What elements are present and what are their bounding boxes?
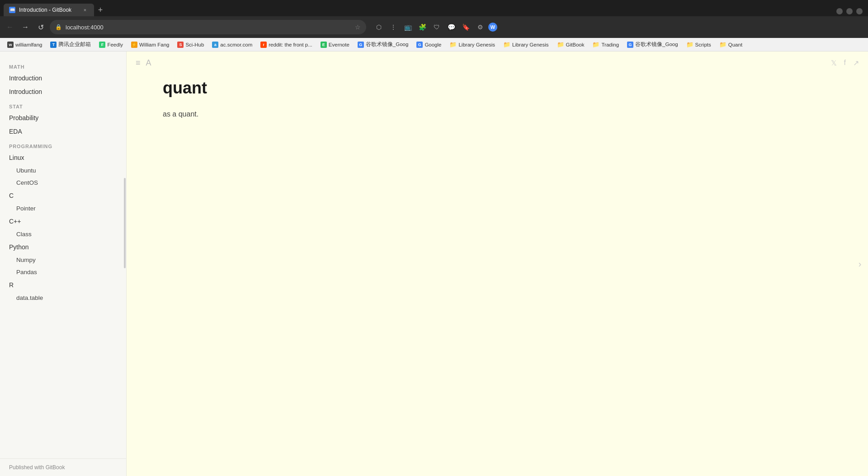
maximize-button[interactable] [846, 8, 853, 14]
toolbar-right: 𝕏 f ↗ [831, 59, 859, 67]
bookmark-favicon: G [358, 42, 364, 48]
share-icon[interactable]: ↗ [853, 59, 859, 67]
bookmark-google[interactable]: G Google [413, 41, 445, 49]
bookmark-scihub[interactable]: S Sci-Hub [174, 41, 208, 49]
tab-title: Introduction - GitBook [19, 7, 78, 13]
vpn-icon[interactable]: 🛡 [430, 21, 443, 33]
nav-bar: ← → ↺ 🔒 localhost:4000 ☆ ⬡ ⋮ 📺 🧩 🛡 💬 🔖 ⚙… [0, 16, 868, 38]
sidebar-item-linux[interactable]: Linux [0, 151, 126, 164]
sidebar-item-cpp[interactable]: C++ [0, 215, 126, 228]
sidebar-item-pointer[interactable]: Pointer [0, 202, 126, 215]
page-subtitle: as a quant. [163, 108, 497, 120]
sidebar-item-introduction-1[interactable]: Introduction [0, 71, 126, 85]
bookmark-library-genesis-2[interactable]: 📁 Library Genesis [500, 40, 552, 49]
new-tab-button[interactable]: + [94, 4, 107, 16]
back-button[interactable]: ← [4, 21, 16, 33]
twitter-icon[interactable]: 𝕏 [831, 59, 837, 67]
bookmark-william-fang[interactable]: ⚡ William Fang [127, 41, 173, 49]
lock-icon: 🔒 [55, 24, 62, 30]
bookmark-favicon: a [212, 42, 218, 48]
bookmark-favicon: G [416, 42, 423, 48]
app-container: MATH Introduction Introduction STAT Prob… [0, 51, 868, 476]
toolbar-left: ≡ A [136, 58, 151, 68]
browser-chrome: 📖 Introduction - GitBook × + ← → ↺ 🔒 loc… [0, 0, 868, 38]
window-controls [836, 8, 864, 16]
next-page-button[interactable]: › [852, 250, 868, 277]
active-tab[interactable]: 📖 Introduction - GitBook × [4, 4, 94, 16]
font-icon[interactable]: A [146, 58, 151, 68]
address-text: localhost:4000 [66, 24, 104, 31]
sidebar-item-r[interactable]: R [0, 278, 126, 292]
address-bar[interactable]: 🔒 localhost:4000 ☆ [50, 20, 366, 34]
sidebar-item-class[interactable]: Class [0, 228, 126, 240]
tab-close-button[interactable]: × [81, 6, 89, 14]
settings-icon[interactable]: ⋮ [387, 21, 400, 33]
bookmark-reddit[interactable]: r reddit: the front p... [257, 41, 316, 49]
tab-bar: 📖 Introduction - GitBook × + [0, 0, 868, 16]
close-button[interactable] [856, 8, 863, 14]
sidebar-section-programming: PROGRAMMING [0, 138, 126, 151]
sidebar-item-ubuntu[interactable]: Ubuntu [0, 164, 126, 177]
forward-button[interactable]: → [19, 21, 32, 33]
star-icon[interactable]: ☆ [355, 23, 361, 31]
sidebar-item-centos[interactable]: CentOS [0, 177, 126, 189]
tab-favicon: 📖 [9, 7, 15, 13]
sidebar-scrollbar-thumb [124, 178, 126, 268]
refresh-button[interactable]: ↺ [34, 21, 47, 33]
sidebar-item-python[interactable]: Python [0, 240, 126, 254]
sidebar-item-datatable[interactable]: data.table [0, 292, 126, 304]
bookmark-tencent[interactable]: T 腾讯企业邮箱 [47, 40, 94, 49]
bookmark-evernote[interactable]: E Evernote [317, 41, 353, 49]
sidebar-item-pandas[interactable]: Pandas [0, 266, 126, 278]
bookmark-favicon: ⚡ [131, 42, 137, 48]
bookmark-trading[interactable]: 📁 Trading [589, 40, 623, 49]
sidebar-section-math: MATH [0, 59, 126, 71]
sidebar-section-stat: STAT [0, 98, 126, 111]
sidebar-item-eda[interactable]: EDA [0, 125, 126, 138]
sidebar-scrollbar[interactable] [123, 51, 126, 476]
bookmark-favicon: w [7, 42, 14, 48]
bookmark-favicon: E [321, 42, 327, 48]
extra-icon-2[interactable]: ⚙ [474, 21, 486, 33]
nav-right-controls: ⬡ ⋮ 📺 🧩 🛡 💬 🔖 ⚙ W [373, 21, 497, 33]
bookmark-quant[interactable]: 📁 Quant [716, 40, 746, 49]
bookmark-gitbook[interactable]: 📁 GitBook [553, 40, 588, 49]
user-avatar[interactable]: W [488, 23, 497, 32]
extensions-icon[interactable]: ⬡ [373, 21, 385, 33]
bookmark-feedly[interactable]: F Feedly [95, 41, 127, 49]
sidebar-item-probability[interactable]: Probability [0, 111, 126, 125]
extra-icon-1[interactable]: 🔖 [459, 21, 472, 33]
page-title: quant [163, 79, 497, 98]
puzzle-icon[interactable]: 🧩 [416, 21, 429, 33]
sidebar-item-numpy[interactable]: Numpy [0, 254, 126, 266]
bookmark-google-mirror-2[interactable]: G 谷歌术镜像_Goog [623, 40, 682, 49]
bookmark-favicon: r [260, 42, 267, 48]
sidebar-item-c[interactable]: C [0, 189, 126, 202]
content-area: ≡ A 𝕏 f ↗ quant as a quant. › [127, 51, 868, 476]
content-toolbar: ≡ A 𝕏 f ↗ [127, 51, 868, 74]
minimize-button[interactable] [836, 8, 843, 14]
facebook-icon[interactable]: f [844, 59, 846, 67]
sidebar-item-introduction-2[interactable]: Introduction [0, 85, 126, 98]
menu-icon[interactable]: ≡ [136, 58, 141, 68]
bookmark-favicon: T [50, 42, 57, 48]
wechat-icon[interactable]: 💬 [445, 21, 458, 33]
bookmark-favicon: G [627, 42, 633, 48]
cast-icon[interactable]: 📺 [401, 21, 414, 33]
sidebar-footer: Published with GitBook [0, 458, 126, 476]
bookmark-williamlfang[interactable]: w williamlfang [4, 41, 46, 49]
bookmark-acscmor[interactable]: a ac.scmor.com [208, 41, 256, 49]
bookmark-favicon: S [177, 42, 184, 48]
bookmarks-bar: w williamlfang T 腾讯企业邮箱 F Feedly ⚡ Willi… [0, 38, 868, 51]
sidebar: MATH Introduction Introduction STAT Prob… [0, 51, 127, 476]
bookmark-scripts[interactable]: 📁 Scripts [683, 40, 715, 49]
bookmark-google-mirror[interactable]: G 谷歌术镜像_Goog [354, 40, 412, 49]
bookmark-library-genesis-1[interactable]: 📁 Library Genesis [446, 40, 499, 49]
bookmark-favicon: F [99, 42, 105, 48]
